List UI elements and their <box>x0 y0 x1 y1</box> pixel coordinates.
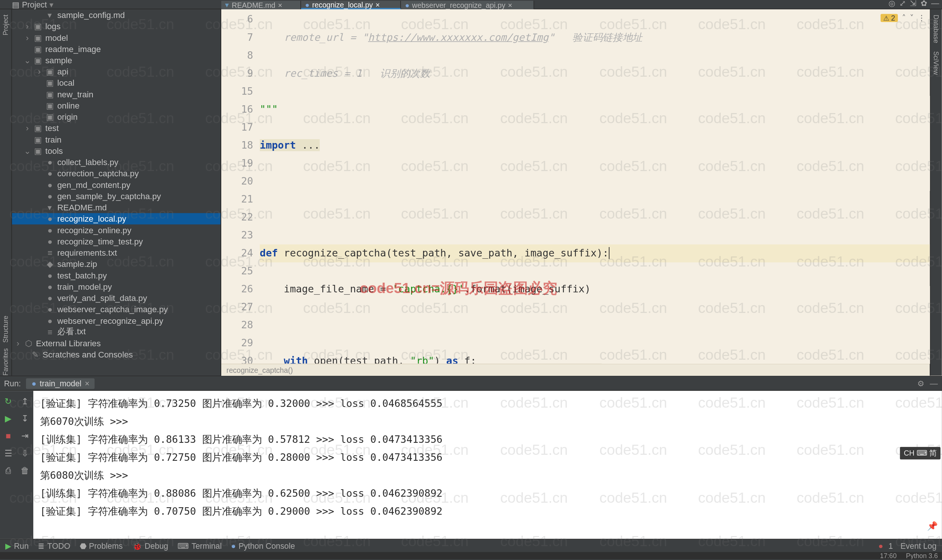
tab-readme[interactable]: ▾ README.md × <box>221 1 301 9</box>
code-text: rec_times = 1 <box>260 68 362 79</box>
tree-label: test <box>45 123 59 133</box>
stripe-favorites[interactable]: Favorites <box>2 348 9 375</box>
markdown-icon: ▾ <box>45 10 55 20</box>
gear-icon[interactable]: ⚙ <box>917 378 925 388</box>
next-occurrence-icon[interactable]: ˅ <box>910 14 914 23</box>
toolbar-run[interactable]: ▶Run <box>5 541 28 550</box>
tree-file[interactable]: ●collect_labels.py <box>12 157 220 168</box>
tree-folder[interactable]: ▣sample <box>12 55 220 66</box>
tab-recognize-local[interactable]: ● recognize_local.py × <box>301 1 401 9</box>
lib-icon: ⬡ <box>24 338 33 349</box>
close-icon[interactable]: × <box>85 378 89 388</box>
toolbar-todo[interactable]: ≣TODO <box>38 541 70 550</box>
caret <box>609 247 610 259</box>
tree-file[interactable]: ▾ sample_config.md <box>12 9 220 21</box>
tab-webserver-api[interactable]: ● webserver_recognize_api.py × <box>401 1 534 9</box>
more-icon[interactable]: ⋮ <box>918 14 925 23</box>
tree-file[interactable]: ●recognize_time_test.py <box>12 236 220 247</box>
tree-folder[interactable]: ▣logs <box>12 21 220 32</box>
expand-icon[interactable]: ⤢ <box>899 0 906 8</box>
external-libraries[interactable]: ⬡ External Libraries <box>12 338 220 349</box>
tree-folder[interactable]: ▣tools <box>12 145 220 157</box>
tree-folder[interactable]: ▣online <box>12 100 220 111</box>
code-url[interactable]: https://www.xxxxxxx.com/getImg <box>368 31 548 43</box>
toolbar-problems[interactable]: ⬣Problems <box>80 541 123 550</box>
close-icon[interactable]: × <box>508 1 512 9</box>
tree-file[interactable]: ▾README.md <box>12 202 220 213</box>
tree-folder[interactable]: ▣readme_image <box>12 43 220 55</box>
tree-file[interactable]: ◆sample.zip <box>12 258 220 269</box>
settings-icon[interactable]: ✿ <box>920 0 927 8</box>
close-icon[interactable]: × <box>278 1 282 9</box>
tree-file[interactable]: ●gen_sample_by_captcha.py <box>12 191 220 202</box>
breadcrumb[interactable]: recognize_captcha() <box>221 363 930 375</box>
soft-wrap-icon[interactable]: ⇥ <box>17 427 33 444</box>
project-tree[interactable]: ▾ sample_config.md ▣logs▣model▣readme_im… <box>12 9 221 375</box>
label: Python Console <box>239 541 295 550</box>
status-python: Python 3.6 <box>906 552 938 560</box>
warnings-badge[interactable]: 2 <box>880 14 898 22</box>
console-output[interactable]: [验证集] 字符准确率为 0.73250 图片准确率为 0.32000 >>> … <box>33 391 942 538</box>
tree-label: tools <box>45 146 63 155</box>
run-icon[interactable]: ▶ <box>0 409 17 427</box>
toolbar-python-console[interactable]: ●Python Console <box>231 541 295 550</box>
prev-occurrence-icon[interactable]: ˄ <box>902 14 906 23</box>
stripe-database[interactable]: Database <box>933 15 940 43</box>
toolbar-debug[interactable]: 🐞Debug <box>132 541 168 550</box>
tree-folder[interactable]: ▣model <box>12 32 220 43</box>
toolbar-terminal[interactable]: ⌨Terminal <box>177 541 222 550</box>
folder-icon: ▣ <box>45 101 55 111</box>
hide-panel-icon[interactable]: — <box>930 378 937 388</box>
tree-file[interactable]: ≡requirements.txt <box>12 247 220 258</box>
scratches-consoles[interactable]: ✎ Scratches and Consoles <box>12 349 220 360</box>
gutter: 678 91516 171819 202122 232425 262728 29… <box>221 9 260 363</box>
tree-folder[interactable]: ▣api <box>12 66 220 77</box>
tree-file[interactable]: ●gen_md_content.py <box>12 179 220 191</box>
tree-folder[interactable]: ▣local <box>12 77 220 88</box>
stripe-structure[interactable]: Structure <box>2 316 9 343</box>
tree-folder[interactable]: ▣origin <box>12 111 220 122</box>
console-line: [验证集] 字符准确率为 0.72750 图片准确率为 0.28000 >>> … <box>40 449 935 467</box>
tree-file[interactable]: ●verify_and_split_data.py <box>12 292 220 303</box>
print-icon[interactable]: ⎙ <box>0 462 17 479</box>
tree-file[interactable]: ●test_batch.py <box>12 269 220 281</box>
stripe-sciview[interactable]: SciView <box>933 51 940 75</box>
tree-label: collect_labels.py <box>57 158 118 167</box>
tree-folder[interactable]: ▣new_train <box>12 89 220 100</box>
down-icon[interactable]: ↧ <box>17 409 33 427</box>
stripe-project[interactable]: Project <box>2 15 9 35</box>
tab-label: recognize_local.py <box>312 0 373 8</box>
toolbar-event-log[interactable]: 1 Event Log <box>878 541 936 550</box>
tree-file[interactable]: ●webserver_recognize_api.py <box>12 315 220 326</box>
trash-icon[interactable]: 🗑 <box>17 462 33 479</box>
hide-icon[interactable]: — <box>931 0 939 8</box>
dropdown-icon[interactable]: ▾ <box>49 0 54 9</box>
tree-label: sample_config.md <box>57 11 125 20</box>
scroll-icon[interactable]: ⇩ <box>17 444 33 462</box>
tree-file[interactable]: ●webserver_captcha_image.py <box>12 303 220 315</box>
layout-icon[interactable]: ☰ <box>0 444 17 462</box>
code-body[interactable]: remote_url = "https://www.xxxxxxx.com/ge… <box>260 9 930 363</box>
tree-folder[interactable]: ▣train <box>12 134 220 145</box>
tree-folder[interactable]: ▣test <box>12 122 220 134</box>
console-line: [训练集] 字符准确率为 0.86133 图片准确率为 0.57812 >>> … <box>40 431 935 449</box>
tree-file[interactable]: ●train_model.py <box>12 281 220 292</box>
pin-icon[interactable]: 📌 <box>927 517 937 535</box>
tree-label: sample <box>45 56 72 65</box>
tree-file[interactable]: ●recognize_local.py <box>12 213 220 224</box>
up-icon[interactable]: ↥ <box>17 392 33 409</box>
close-icon[interactable]: × <box>376 0 380 8</box>
tree-label: recognize_time_test.py <box>57 237 143 246</box>
run-tab[interactable]: ● train_model × <box>26 378 95 389</box>
tree-file[interactable]: ●correction_captcha.py <box>12 168 220 179</box>
target-icon[interactable]: ◎ <box>888 0 895 8</box>
stop-icon[interactable]: ■ <box>0 427 17 444</box>
collapse-icon[interactable]: ⇲ <box>910 0 917 8</box>
scratch-icon: ✎ <box>31 350 40 360</box>
rerun-icon[interactable]: ↻ <box>0 392 17 409</box>
project-toggle-icon[interactable]: ▤ <box>12 0 20 9</box>
code-area[interactable]: 678 91516 171819 202122 232425 262728 29… <box>221 9 930 363</box>
tree-file[interactable]: ≡必看.txt <box>12 326 220 338</box>
tree-label: train <box>45 135 62 144</box>
tree-file[interactable]: ●recognize_online.py <box>12 225 220 236</box>
